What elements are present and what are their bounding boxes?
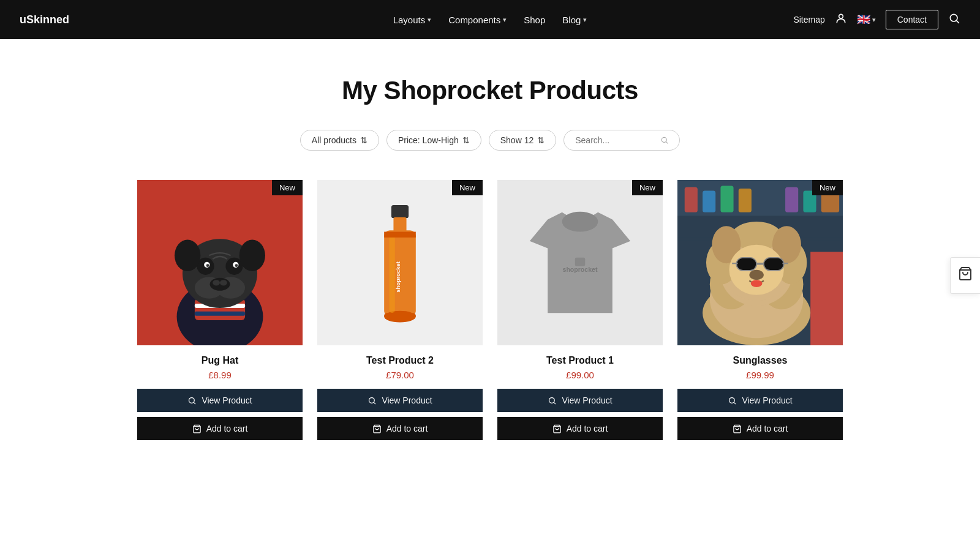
chevron-down-icon: ⇅ xyxy=(537,135,545,145)
nav-item-shop[interactable]: Shop xyxy=(524,15,545,25)
language-selector[interactable]: 🇬🇧 ▾ xyxy=(857,13,876,26)
product-info: Sunglasses £99.99 View Product Add to ca… xyxy=(677,345,843,440)
sort-filter[interactable]: Price: Low-High ⇅ xyxy=(386,130,481,151)
svg-point-3 xyxy=(662,137,666,142)
product-image-wrap: New shoprocket xyxy=(497,180,663,345)
svg-rect-28 xyxy=(391,205,409,218)
svg-rect-71 xyxy=(736,258,756,271)
new-badge: New xyxy=(452,180,483,195)
user-icon[interactable] xyxy=(835,12,847,28)
product-price: £99.99 xyxy=(677,370,843,380)
product-card: New xyxy=(677,180,843,440)
svg-line-45 xyxy=(554,402,556,404)
product-name: Test Product 2 xyxy=(317,355,483,366)
svg-point-24 xyxy=(189,397,195,403)
new-badge: New xyxy=(812,180,843,195)
product-image-wrap: New xyxy=(137,180,303,345)
svg-point-23 xyxy=(239,239,265,271)
svg-point-14 xyxy=(213,280,220,285)
svg-point-77 xyxy=(751,280,763,287)
svg-point-0 xyxy=(839,14,843,18)
nav-right: Sitemap 🇬🇧 ▾ Contact xyxy=(793,10,960,29)
product-name: Sunglasses xyxy=(677,355,843,366)
svg-point-36 xyxy=(369,397,375,403)
add-to-cart-button[interactable]: Add to cart xyxy=(497,417,663,440)
cart-icon xyxy=(372,424,382,433)
svg-rect-58 xyxy=(810,252,843,345)
search-icon[interactable] xyxy=(948,12,960,28)
svg-line-4 xyxy=(666,142,667,143)
search-icon xyxy=(728,396,737,405)
search-input[interactable] xyxy=(575,135,655,145)
chevron-down-icon: ▾ xyxy=(872,16,876,24)
product-image xyxy=(137,180,303,345)
view-product-button[interactable]: View Product xyxy=(497,389,663,412)
product-image-wrap: New xyxy=(677,180,843,345)
product-info: Test Product 2 £79.00 View Product Add t… xyxy=(317,345,483,440)
product-card: New shoprocket Tes xyxy=(317,180,483,440)
svg-rect-43 xyxy=(575,258,585,266)
svg-rect-34 xyxy=(384,313,416,318)
svg-point-15 xyxy=(220,280,227,285)
product-card: New xyxy=(137,180,303,440)
cart-icon xyxy=(192,424,202,433)
cart-icon xyxy=(733,424,742,433)
nav-item-components[interactable]: Components ▾ xyxy=(448,15,507,25)
svg-rect-53 xyxy=(720,186,733,212)
contact-button[interactable]: Contact xyxy=(886,10,938,29)
view-product-button[interactable]: View Product xyxy=(317,389,483,412)
search-icon xyxy=(548,396,557,405)
svg-point-13 xyxy=(210,278,230,291)
add-to-cart-button[interactable]: Add to cart xyxy=(677,417,843,440)
nav-brand[interactable]: uSkinned xyxy=(20,13,69,26)
svg-line-25 xyxy=(194,402,196,404)
svg-point-76 xyxy=(749,270,763,280)
products-grid: New xyxy=(123,180,858,440)
svg-point-20 xyxy=(206,264,209,267)
svg-point-41 xyxy=(562,212,598,232)
svg-rect-29 xyxy=(393,217,406,231)
add-to-cart-button[interactable]: Add to cart xyxy=(317,417,483,440)
category-filter[interactable]: All products ⇅ xyxy=(300,130,379,151)
svg-rect-54 xyxy=(739,189,752,212)
page-title: My Shoprocket Products xyxy=(0,76,980,105)
svg-point-78 xyxy=(729,397,735,403)
product-image: shoprocket xyxy=(497,180,663,345)
nav-item-blog[interactable]: Blog ▾ xyxy=(562,15,587,25)
svg-line-79 xyxy=(734,402,736,404)
svg-point-22 xyxy=(175,239,200,271)
nav-center: Layouts ▾ Components ▾ Shop Blog ▾ xyxy=(393,15,587,25)
search-icon xyxy=(660,135,669,145)
svg-rect-55 xyxy=(785,187,798,212)
product-card: New shoprocket Test Product 1 £99.00 Vie… xyxy=(497,180,663,440)
view-product-button[interactable]: View Product xyxy=(677,389,843,412)
floating-cart-button[interactable] xyxy=(950,257,980,294)
show-filter[interactable]: Show 12 ⇅ xyxy=(489,130,556,151)
svg-point-21 xyxy=(235,264,238,267)
new-badge: New xyxy=(632,180,663,195)
product-name: Pug Hat xyxy=(137,355,303,366)
svg-point-1 xyxy=(950,14,957,21)
search-bar[interactable] xyxy=(564,130,680,151)
svg-rect-9 xyxy=(195,312,245,316)
chevron-down-icon: ▾ xyxy=(428,16,431,24)
nav-sitemap-link[interactable]: Sitemap xyxy=(793,15,824,24)
nav-item-layouts[interactable]: Layouts ▾ xyxy=(393,15,432,25)
svg-rect-73 xyxy=(756,263,764,265)
chevron-down-icon: ▾ xyxy=(583,16,587,24)
svg-line-37 xyxy=(374,402,376,404)
product-price: £99.00 xyxy=(497,370,663,380)
chevron-down-icon: ⇅ xyxy=(360,135,368,145)
svg-point-44 xyxy=(549,397,555,403)
svg-rect-75 xyxy=(782,263,788,264)
svg-rect-74 xyxy=(732,263,737,264)
product-image-wrap: New shoprocket xyxy=(317,180,483,345)
product-price: £79.00 xyxy=(317,370,483,380)
product-info: Pug Hat £8.99 View Product Add to cart xyxy=(137,345,303,440)
svg-rect-49 xyxy=(677,216,843,219)
filters-bar: All products ⇅ Price: Low-High ⇅ Show 12… xyxy=(0,130,980,151)
add-to-cart-button[interactable]: Add to cart xyxy=(137,417,303,440)
view-product-button[interactable]: View Product xyxy=(137,389,303,412)
product-name: Test Product 1 xyxy=(497,355,663,366)
product-info: Test Product 1 £99.00 View Product Add t… xyxy=(497,345,663,440)
